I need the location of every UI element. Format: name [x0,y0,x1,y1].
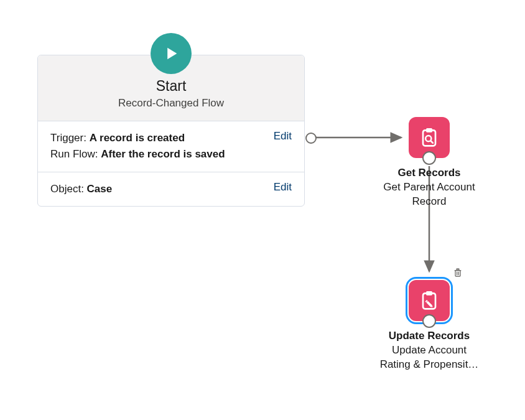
clipboard-edit-icon [417,288,442,313]
svg-rect-14 [426,291,432,296]
start-play-badge [151,33,192,74]
edit-object-link[interactable]: Edit [274,181,292,194]
start-subtitle: Record-Changed Flow [48,97,294,110]
start-element-card[interactable]: Start Record-Changed Flow Edit Trigger: … [37,55,305,207]
get-records-output-port[interactable] [422,151,436,165]
svg-line-7 [430,141,433,143]
update-records-node-icon[interactable] [409,280,450,321]
get-records-desc-1: Get Parent Account [372,180,486,195]
svg-marker-3 [167,48,177,60]
delete-node-button[interactable] [453,268,463,278]
get-records-node[interactable]: Get Records Get Parent Account Record [372,117,486,209]
trigger-value: A record is created [90,132,185,144]
object-value: Case [87,183,113,195]
update-records-title: Update Records [372,330,486,342]
start-card-header: Start Record-Changed Flow [38,55,304,121]
svg-rect-10 [457,269,459,270]
start-object-section[interactable]: Edit Object: Case [38,172,304,206]
svg-rect-8 [455,271,460,276]
start-output-port[interactable] [305,133,317,144]
get-records-node-icon[interactable] [409,117,450,158]
trash-icon [453,268,463,278]
svg-rect-5 [426,128,432,133]
update-records-desc-1: Update Account [372,343,486,358]
start-trigger-section[interactable]: Edit Trigger: A record is created Run Fl… [38,121,304,172]
edit-trigger-link[interactable]: Edit [274,130,292,142]
svg-rect-15 [426,301,432,307]
clipboard-search-icon [417,125,442,150]
runflow-label: Run Flow: [50,148,101,160]
play-icon [162,45,180,62]
object-label: Object: [50,183,87,195]
update-records-output-port[interactable] [422,314,436,328]
start-title: Start [48,78,294,95]
get-records-title: Get Records [372,167,486,179]
update-records-node[interactable]: Update Records Update Account Rating & P… [372,280,486,372]
update-records-desc-2: Rating & Propensit… [372,358,486,372]
trigger-label: Trigger: [50,132,90,144]
get-records-desc-2: Record [372,195,486,209]
svg-rect-13 [423,293,435,309]
runflow-value: After the record is saved [101,148,225,160]
